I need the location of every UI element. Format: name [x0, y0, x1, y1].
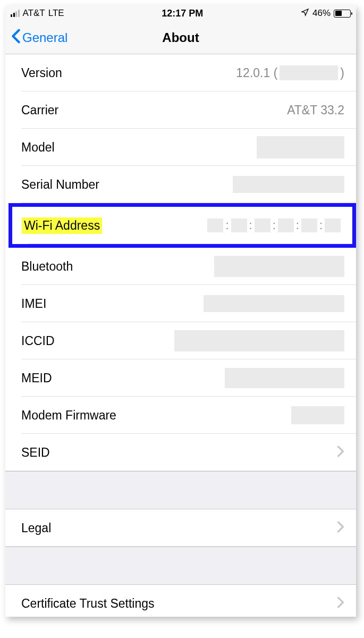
navigation-bar: General About [5, 21, 356, 54]
row-iccid[interactable]: ICCID [5, 322, 356, 359]
battery-percent-label: 46% [312, 8, 331, 19]
signal-strength-icon [11, 10, 20, 17]
row-label: Bluetooth [21, 259, 73, 274]
row-label: SEID [21, 446, 50, 460]
row-value [214, 256, 344, 277]
row-value: ::::: [207, 219, 341, 232]
row-wifi-address[interactable]: Wi-Fi Address ::::: [12, 207, 352, 244]
row-label: Serial Number [21, 178, 99, 192]
row-value [291, 406, 344, 424]
section-separator [5, 471, 356, 509]
row-label: Carrier [21, 103, 58, 117]
row-value [257, 136, 344, 158]
row-label: Model [21, 140, 55, 155]
chevron-left-icon [11, 29, 21, 47]
row-value: AT&T 33.2 [287, 103, 344, 117]
row-label: Legal [21, 521, 51, 535]
section-separator [5, 547, 356, 585]
row-value: 12.0.1 () [236, 65, 344, 80]
chevron-right-icon [337, 446, 344, 459]
row-model[interactable]: Model [5, 129, 356, 166]
row-value [225, 368, 344, 388]
status-bar: AT&T LTE 12:17 PM 46% [5, 5, 356, 21]
row-value [204, 295, 344, 312]
carrier-label: AT&T [23, 8, 45, 19]
row-value [174, 330, 344, 351]
row-modem-firmware[interactable]: Modem Firmware [5, 397, 356, 434]
row-seid[interactable]: SEID [5, 434, 356, 471]
chevron-right-icon [337, 597, 344, 610]
clock-label: 12:17 PM [162, 8, 203, 19]
chevron-right-icon [337, 521, 344, 535]
row-serial-number[interactable]: Serial Number [5, 166, 356, 203]
row-label: Version [21, 66, 62, 80]
row-meid[interactable]: MEID [5, 359, 356, 397]
back-label: General [22, 30, 67, 45]
row-label: IMEI [21, 297, 46, 311]
row-label: Modem Firmware [21, 408, 116, 423]
battery-icon [334, 10, 351, 18]
row-label: ICCID [21, 334, 55, 348]
about-list: Version 12.0.1 () Carrier AT&T 33.2 Mode… [5, 54, 356, 471]
location-icon [301, 8, 309, 19]
row-imei[interactable]: IMEI [5, 285, 356, 322]
row-label: Wi-Fi Address [22, 217, 102, 234]
row-carrier[interactable]: Carrier AT&T 33.2 [5, 91, 356, 129]
row-certificate-trust-settings[interactable]: Certificate Trust Settings [5, 585, 356, 617]
row-label: MEID [21, 371, 52, 385]
network-type-label: LTE [48, 8, 64, 19]
row-bluetooth[interactable]: Bluetooth [5, 248, 356, 285]
row-value [233, 176, 344, 193]
back-button[interactable]: General [11, 29, 67, 47]
row-label: Certificate Trust Settings [21, 597, 155, 611]
wifi-address-highlight: Wi-Fi Address ::::: [9, 203, 356, 248]
row-version[interactable]: Version 12.0.1 () [5, 54, 356, 91]
row-legal[interactable]: Legal [5, 509, 356, 547]
